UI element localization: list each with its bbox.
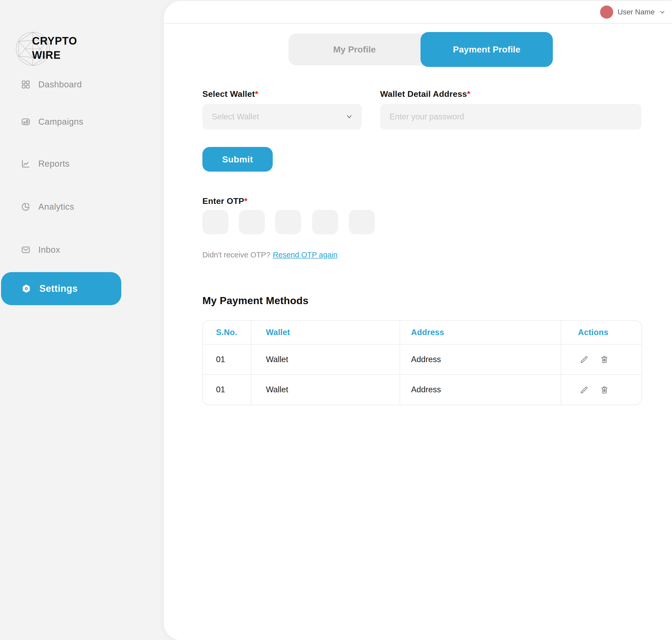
cell-wallet: Wallet xyxy=(251,344,400,375)
user-menu[interactable]: User Name xyxy=(600,5,666,19)
delete-button[interactable] xyxy=(600,355,609,364)
row-actions xyxy=(561,355,642,364)
trash-icon xyxy=(600,355,609,364)
otp-hint: Didn't receive OTP?Resend OTP again xyxy=(202,251,338,259)
avatar xyxy=(600,5,613,19)
dashboard-icon xyxy=(21,80,30,89)
inbox-icon xyxy=(21,245,30,254)
otp-input-4[interactable] xyxy=(312,210,338,234)
required-asterisk: * xyxy=(244,196,247,206)
trash-icon xyxy=(600,385,609,394)
cell-wallet: Wallet xyxy=(251,375,400,405)
otp-input-2[interactable] xyxy=(239,210,265,234)
top-bar: User Name xyxy=(164,1,672,24)
sidebar-item-label: Campaigns xyxy=(38,117,83,127)
select-wallet-placeholder: Select Wallet xyxy=(212,112,346,121)
brand-name: CRYPTO WIRE xyxy=(32,33,77,62)
row-actions xyxy=(561,385,642,394)
sidebar-item-label: Reports xyxy=(38,159,70,169)
column-header-sno: S.No. xyxy=(203,321,251,344)
required-asterisk: * xyxy=(467,89,470,99)
cell-sno: 01 xyxy=(203,375,251,405)
resend-otp-link[interactable]: Resend OTP again xyxy=(273,251,338,259)
wallet-address-label: Wallet Detail Address* xyxy=(380,89,470,99)
column-header-address: Address xyxy=(400,321,561,344)
main-panel: User Name My Profile Payment Profile Sel… xyxy=(164,1,672,640)
edit-button[interactable] xyxy=(580,385,589,394)
payment-methods-table: S.No. Wallet Address Actions 01 Wallet A… xyxy=(202,320,642,405)
payment-methods-title: My Payment Methods xyxy=(202,295,309,306)
select-wallet-dropdown[interactable]: Select Wallet xyxy=(202,104,362,129)
analytics-icon xyxy=(21,202,30,212)
settings-icon xyxy=(21,283,31,294)
reports-icon xyxy=(21,159,30,169)
sidebar-item-label: Analytics xyxy=(38,202,74,212)
required-asterisk: * xyxy=(255,89,258,99)
submit-button[interactable]: Submit xyxy=(202,147,273,172)
sidebar-item-settings[interactable]: Settings xyxy=(1,272,121,305)
select-wallet-label: Select Wallet* xyxy=(202,89,258,99)
sidebar-item-dashboard[interactable]: Dashboard xyxy=(0,72,164,97)
otp-input-1[interactable] xyxy=(202,210,228,234)
sidebar-item-reports[interactable]: Reports xyxy=(0,152,164,176)
wallet-address-input[interactable] xyxy=(380,104,642,129)
brand-logo: CRYPTO WIRE xyxy=(15,29,101,69)
sidebar-item-analytics[interactable]: Analytics xyxy=(0,195,164,219)
otp-input-5[interactable] xyxy=(349,210,375,234)
sidebar-item-label: Settings xyxy=(39,283,78,294)
otp-hint-text: Didn't receive OTP? xyxy=(202,251,270,259)
campaigns-icon xyxy=(21,117,30,127)
pencil-icon xyxy=(580,355,589,364)
sidebar: CRYPTO WIRE Dashboard Campaigns xyxy=(0,0,164,640)
edit-button[interactable] xyxy=(580,355,589,364)
sidebar-item-label: Dashboard xyxy=(38,79,82,89)
pencil-icon xyxy=(580,385,589,394)
sidebar-item-label: Inbox xyxy=(38,245,60,255)
table-row: 01 Wallet Address xyxy=(203,375,642,405)
column-header-actions: Actions xyxy=(561,321,642,344)
chevron-down-icon xyxy=(346,113,353,120)
table-row: 01 Wallet Address xyxy=(203,344,642,375)
sidebar-item-campaigns[interactable]: Campaigns xyxy=(0,110,164,134)
tab-payment-profile[interactable]: Payment Profile xyxy=(420,32,553,67)
otp-input-3[interactable] xyxy=(275,210,301,234)
delete-button[interactable] xyxy=(600,385,609,394)
cell-address: Address xyxy=(400,344,561,375)
chevron-down-icon xyxy=(659,9,666,15)
user-name: User Name xyxy=(617,8,655,16)
tab-my-profile[interactable]: My Profile xyxy=(288,33,420,66)
enter-otp-label: Enter OTP* xyxy=(202,196,247,206)
profile-tabs: My Profile Payment Profile xyxy=(288,33,553,66)
sidebar-item-inbox[interactable]: Inbox xyxy=(0,238,164,262)
column-header-wallet: Wallet xyxy=(251,321,400,344)
table-header-row: S.No. Wallet Address Actions xyxy=(203,321,642,344)
cell-address: Address xyxy=(400,375,561,405)
cell-sno: 01 xyxy=(203,344,251,375)
